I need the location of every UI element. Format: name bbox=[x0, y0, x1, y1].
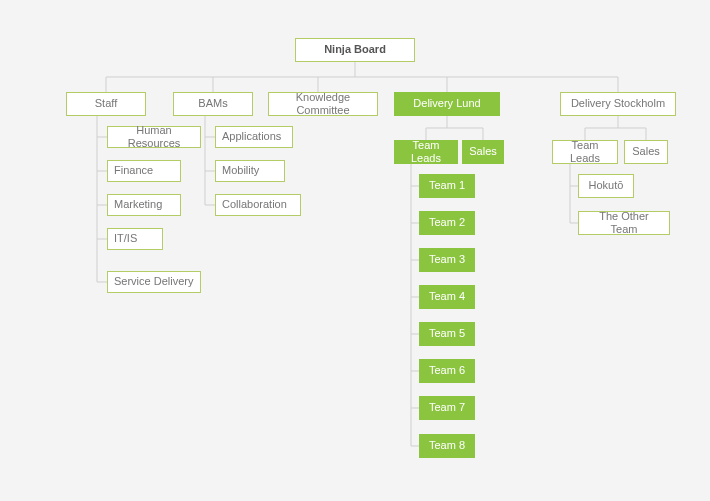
node-staff[interactable]: Staff bbox=[66, 92, 146, 116]
node-team-7[interactable]: Team 7 bbox=[419, 396, 475, 420]
node-team-5[interactable]: Team 5 bbox=[419, 322, 475, 346]
node-delivery-stockholm[interactable]: Delivery Stockholm bbox=[560, 92, 676, 116]
node-team-2[interactable]: Team 2 bbox=[419, 211, 475, 235]
node-lund-sales[interactable]: Sales bbox=[462, 140, 504, 164]
node-team-8[interactable]: Team 8 bbox=[419, 434, 475, 458]
node-knowledge-committee[interactable]: Knowledge Committee bbox=[268, 92, 378, 116]
node-service-delivery[interactable]: Service Delivery bbox=[107, 271, 201, 293]
node-team-3[interactable]: Team 3 bbox=[419, 248, 475, 272]
node-team-6[interactable]: Team 6 bbox=[419, 359, 475, 383]
node-ninja-board[interactable]: Ninja Board bbox=[295, 38, 415, 62]
org-chart: { "root": "Ninja Board", "level1": { "st… bbox=[0, 0, 710, 501]
node-applications[interactable]: Applications bbox=[215, 126, 293, 148]
node-mobility[interactable]: Mobility bbox=[215, 160, 285, 182]
node-bams[interactable]: BAMs bbox=[173, 92, 253, 116]
connectors bbox=[0, 0, 710, 501]
node-hokuto[interactable]: Hokutō bbox=[578, 174, 634, 198]
node-marketing[interactable]: Marketing bbox=[107, 194, 181, 216]
node-collaboration[interactable]: Collaboration bbox=[215, 194, 301, 216]
node-finance[interactable]: Finance bbox=[107, 160, 181, 182]
node-delivery-lund[interactable]: Delivery Lund bbox=[394, 92, 500, 116]
node-sthlm-team-leads[interactable]: Team Leads bbox=[552, 140, 618, 164]
node-team-1[interactable]: Team 1 bbox=[419, 174, 475, 198]
node-human-resources[interactable]: Human Resources bbox=[107, 126, 201, 148]
node-sthlm-sales[interactable]: Sales bbox=[624, 140, 668, 164]
node-it-is[interactable]: IT/IS bbox=[107, 228, 163, 250]
node-the-other-team[interactable]: The Other Team bbox=[578, 211, 670, 235]
node-team-4[interactable]: Team 4 bbox=[419, 285, 475, 309]
node-lund-team-leads[interactable]: Team Leads bbox=[394, 140, 458, 164]
